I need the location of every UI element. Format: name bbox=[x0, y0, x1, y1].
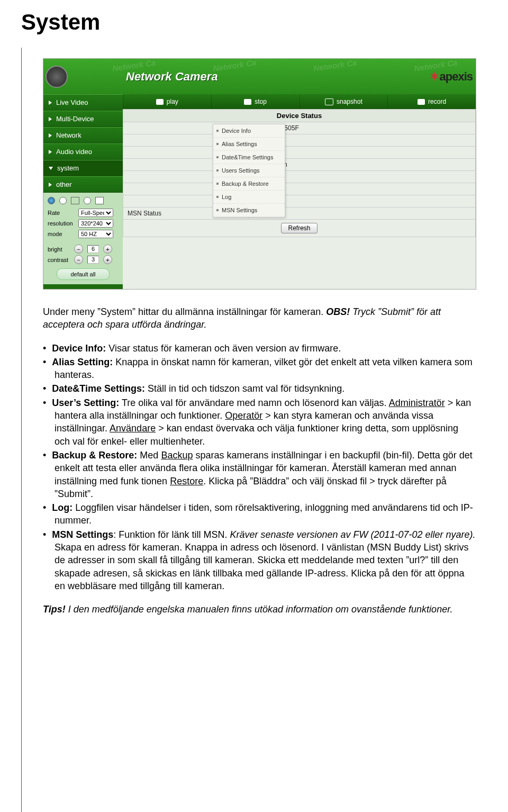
page-title: System bbox=[21, 10, 100, 35]
refresh-button[interactable]: Refresh bbox=[281, 223, 317, 233]
table-row: n 17.25.2.36 bbox=[123, 134, 476, 147]
nav-item-label: system bbox=[57, 164, 79, 172]
stop-button[interactable]: stop bbox=[211, 95, 300, 109]
list-item: User’s Setting: Tre olika val för använd… bbox=[43, 396, 476, 448]
list-item: Log: Loggfilen visar händelser i tiden, … bbox=[43, 501, 476, 527]
triangle-right-icon bbox=[49, 101, 52, 105]
cell-value: 20.8.3.63 bbox=[254, 147, 475, 158]
grid-1-icon[interactable] bbox=[71, 197, 79, 204]
camera-dot-active-icon[interactable] bbox=[48, 197, 55, 204]
play-label: play bbox=[167, 98, 178, 105]
table-row: 000DC5D1505F bbox=[123, 122, 476, 134]
table-row: Macab Cam bbox=[123, 159, 476, 171]
submenu-msn-settings[interactable]: MSN Settings bbox=[213, 204, 285, 217]
snapshot-label: snapshot bbox=[337, 98, 362, 105]
play-icon bbox=[156, 99, 164, 105]
device-status-table: Device Status 000DC5D1505F n 17.25.2.36 … bbox=[123, 109, 476, 237]
bright-value: 6 bbox=[87, 245, 99, 253]
bullet-list: Device Info: Visar status för kameran oc… bbox=[43, 342, 476, 593]
submenu-alias-settings[interactable]: Alias Settings bbox=[213, 138, 285, 151]
tips-paragraph: Tips! I den medföljande engelska manuale… bbox=[43, 603, 476, 616]
camera-dot-icon[interactable] bbox=[84, 197, 91, 204]
table-row: None bbox=[123, 171, 476, 183]
triangle-down-icon bbox=[49, 167, 53, 170]
header-title: Network Camera bbox=[126, 70, 218, 84]
camera-selector[interactable] bbox=[48, 197, 119, 204]
sidebar-header bbox=[43, 59, 123, 94]
status-title: Device Status bbox=[123, 109, 476, 122]
camera-dot-icon[interactable] bbox=[59, 197, 67, 204]
refresh-row: Refresh bbox=[123, 220, 476, 237]
watermark: Network Ca bbox=[313, 58, 357, 73]
nav-item-label: Network bbox=[56, 131, 81, 139]
contrast-label: contrast bbox=[48, 257, 70, 263]
stop-label: stop bbox=[255, 98, 267, 105]
table-row: No Action bbox=[123, 183, 476, 195]
tips-label: Tips! bbox=[43, 604, 66, 615]
sidebar: Live Video Multi-Device Network Audio vi… bbox=[43, 59, 123, 289]
mode-label: mode bbox=[48, 231, 78, 237]
record-button[interactable]: record bbox=[387, 95, 476, 109]
list-item: Backup & Restore: Med Backup sparas kame… bbox=[43, 449, 476, 500]
submenu-datetime-settings[interactable]: Date&Time Settings bbox=[213, 151, 285, 164]
brand-logo: ✶apexis bbox=[430, 70, 473, 84]
snapshot-icon bbox=[325, 98, 333, 105]
nav-live-video-label: Live Video bbox=[56, 98, 88, 106]
main-area: Device Info Alias Settings Date&Time Set… bbox=[123, 109, 476, 289]
system-submenu: Device Info Alias Settings Date&Time Set… bbox=[213, 124, 285, 218]
document-text: Under meny ”System” hittar du allmänna i… bbox=[43, 305, 476, 616]
list-item: Alias Setting: Knappa in önskat namn för… bbox=[43, 356, 476, 382]
nav-network[interactable]: Network bbox=[43, 127, 123, 143]
triangle-right-icon bbox=[49, 117, 52, 121]
mode-select[interactable]: 50 HZ bbox=[78, 230, 113, 238]
nav-other[interactable]: other bbox=[43, 176, 123, 193]
mode-row: mode 50 HZ bbox=[48, 230, 119, 238]
nav-audio-video[interactable]: Audio video bbox=[43, 143, 123, 160]
bright-row: bright − 6 + bbox=[48, 245, 119, 254]
record-label: record bbox=[428, 98, 446, 105]
triangle-right-icon bbox=[49, 150, 52, 154]
table-row: UI Version 20.8.3.63 bbox=[123, 147, 476, 159]
table-row: No Action bbox=[123, 195, 476, 207]
resolution-label: resolution bbox=[48, 220, 78, 227]
table-row: MSN Status No Action bbox=[123, 207, 476, 220]
play-button[interactable]: play bbox=[123, 95, 211, 109]
contrast-value: 3 bbox=[87, 256, 99, 264]
obs-label: OBS! bbox=[326, 306, 350, 317]
intro-paragraph: Under meny ”System” hittar du allmänna i… bbox=[43, 305, 476, 331]
stop-icon bbox=[244, 99, 251, 105]
controls-panel: Rate Full-Spee resolution 320*240 mode 5… bbox=[43, 193, 123, 284]
list-item: Device Info: Visar status för kameran oc… bbox=[43, 342, 476, 355]
submenu-backup-restore[interactable]: Backup & Restore bbox=[213, 177, 285, 191]
contrast-row: contrast − 3 + bbox=[48, 255, 119, 264]
list-item: Date&Time Settings: Ställ in tid och tid… bbox=[43, 382, 476, 395]
bright-label: bright bbox=[48, 246, 70, 252]
nav-multi-device[interactable]: Multi-Device bbox=[43, 111, 123, 127]
watermark: Network Ca bbox=[212, 58, 257, 73]
page-frame: Live Video Multi-Device Network Audio vi… bbox=[21, 48, 487, 812]
nav-item-label: Multi-Device bbox=[56, 115, 94, 123]
grid-4-icon[interactable] bbox=[95, 197, 104, 204]
contrast-plus-button[interactable]: + bbox=[103, 255, 112, 264]
rate-row: Rate Full-Spee bbox=[48, 209, 119, 217]
triangle-right-icon bbox=[49, 183, 52, 187]
list-item: MSN Settings: Funktion för länk till MSN… bbox=[43, 528, 476, 592]
default-all-button[interactable]: default all bbox=[57, 268, 110, 280]
brand-star-icon: ✶ bbox=[430, 70, 439, 83]
submenu-users-settings[interactable]: Users Settings bbox=[213, 164, 285, 177]
camera-icon bbox=[46, 66, 68, 88]
nav-item-label: other bbox=[56, 181, 72, 188]
submenu-log[interactable]: Log bbox=[213, 191, 285, 204]
nav-system[interactable]: system bbox=[43, 160, 123, 176]
contrast-minus-button[interactable]: − bbox=[74, 255, 83, 264]
toolbar: play stop snapshot record bbox=[123, 94, 476, 109]
bright-plus-button[interactable]: + bbox=[103, 245, 112, 254]
submenu-device-info[interactable]: Device Info bbox=[213, 124, 285, 138]
resolution-select[interactable]: 320*240 bbox=[78, 219, 113, 228]
resolution-row: resolution 320*240 bbox=[48, 219, 119, 228]
rate-select[interactable]: Full-Spee bbox=[78, 209, 113, 217]
bright-minus-button[interactable]: − bbox=[74, 245, 83, 254]
nav-live-video[interactable]: Live Video bbox=[43, 94, 123, 111]
snapshot-button[interactable]: snapshot bbox=[300, 95, 388, 109]
app-header: Network Ca Network Ca Network Ca Network… bbox=[123, 59, 476, 94]
